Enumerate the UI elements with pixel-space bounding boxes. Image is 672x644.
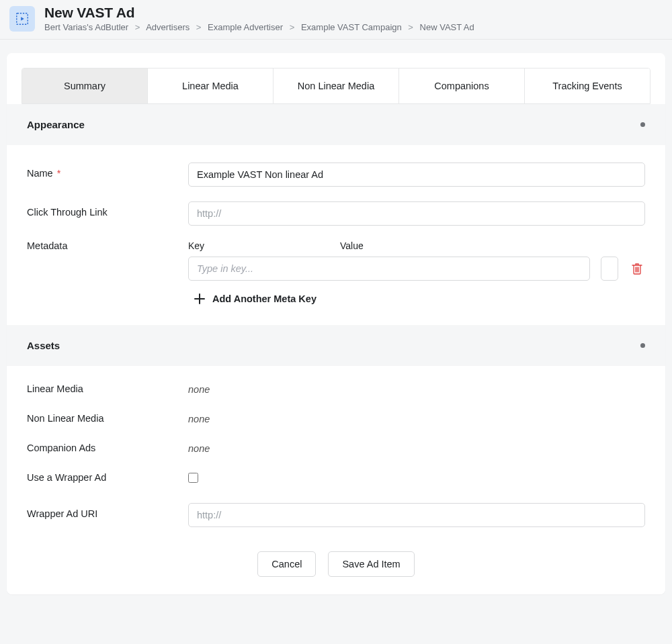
meta-value-input[interactable] — [601, 257, 618, 281]
cancel-button[interactable]: Cancel — [257, 551, 316, 577]
appearance-section-header[interactable]: Appearance — [7, 104, 665, 145]
collapse-dot-icon — [640, 343, 645, 348]
non-linear-media-value: none — [188, 414, 210, 424]
required-asterisk-icon: * — [57, 168, 61, 179]
button-row: Cancel Save Ad Item — [7, 545, 665, 594]
name-input[interactable] — [188, 163, 645, 187]
assets-section-header[interactable]: Assets — [7, 325, 665, 366]
wrapper-uri-label: Wrapper Ad URI — [27, 503, 188, 519]
tab-summary[interactable]: Summary — [22, 68, 148, 103]
meta-key-heading: Key — [188, 240, 329, 251]
click-through-label: Click Through Link — [27, 201, 188, 218]
save-button[interactable]: Save Ad Item — [328, 551, 414, 577]
breadcrumb-separator: > — [196, 22, 202, 32]
click-through-input[interactable] — [188, 201, 645, 226]
tab-bar: Summary Linear Media Non Linear Media Co… — [22, 68, 650, 104]
linear-media-label: Linear Media — [27, 383, 188, 394]
tab-companions[interactable]: Companions — [399, 68, 525, 103]
companion-ads-label: Companion Ads — [27, 443, 188, 453]
appearance-title: Appearance — [27, 119, 85, 130]
meta-value-heading: Value — [340, 240, 645, 251]
trash-icon — [632, 263, 642, 275]
page-header: New VAST Ad Bert Varias's AdButler > Adv… — [0, 0, 672, 40]
add-meta-label: Add Another Meta Key — [212, 293, 317, 304]
breadcrumb-item[interactable]: New VAST Ad — [420, 22, 474, 32]
vast-ad-icon — [9, 6, 35, 32]
plus-icon — [194, 293, 206, 305]
breadcrumb-item[interactable]: Advertisers — [146, 22, 190, 32]
breadcrumb-item[interactable]: Bert Varias's AdButler — [44, 22, 128, 32]
appearance-section-body: Name * Click Through Link Metadata Key — [7, 145, 665, 325]
collapse-dot-icon — [640, 122, 645, 127]
name-label: Name * — [27, 163, 188, 179]
breadcrumb-separator: > — [290, 22, 295, 32]
assets-section-body: Linear Media none Non Linear Media none … — [7, 366, 665, 545]
delete-meta-button[interactable] — [629, 260, 645, 277]
tab-linear-media[interactable]: Linear Media — [148, 68, 274, 103]
wrapper-uri-input[interactable] — [188, 503, 645, 527]
tab-non-linear-media[interactable]: Non Linear Media — [274, 68, 399, 103]
linear-media-value: none — [188, 384, 210, 395]
breadcrumb: Bert Varias's AdButler > Advertisers > E… — [44, 22, 663, 32]
metadata-label: Metadata — [27, 240, 188, 251]
add-meta-button[interactable]: Add Another Meta Key — [194, 293, 317, 305]
name-label-text: Name — [27, 168, 53, 179]
main-card: Summary Linear Media Non Linear Media Co… — [7, 53, 665, 594]
breadcrumb-separator: > — [135, 22, 140, 32]
tab-tracking-events[interactable]: Tracking Events — [525, 68, 650, 103]
meta-key-input[interactable] — [188, 257, 590, 281]
meta-row — [188, 257, 645, 281]
wrapper-ad-label: Use a Wrapper Ad — [27, 472, 188, 483]
breadcrumb-item[interactable]: Example VAST Campaign — [301, 22, 402, 32]
non-linear-media-label: Non Linear Media — [27, 413, 188, 424]
assets-title: Assets — [27, 340, 60, 351]
breadcrumb-item[interactable]: Example Advertiser — [208, 22, 283, 32]
companion-ads-value: none — [188, 443, 210, 454]
wrapper-ad-checkbox[interactable] — [188, 473, 198, 483]
page-title: New VAST Ad — [44, 5, 663, 21]
breadcrumb-separator: > — [408, 22, 413, 32]
